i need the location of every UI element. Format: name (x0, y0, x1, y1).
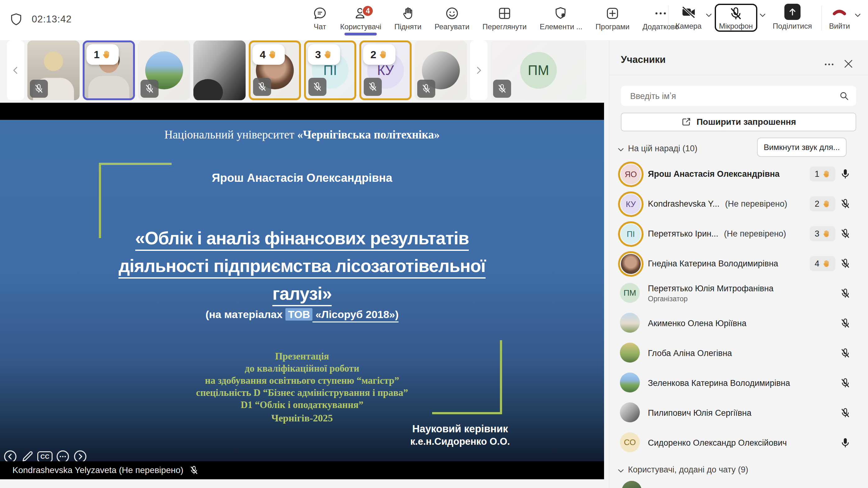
chat-icon (313, 6, 327, 21)
presentation-slide: Національний університет «Чернігівська п… (0, 120, 604, 461)
participant-tile[interactable] (138, 40, 190, 100)
mic-muted-icon[interactable] (840, 407, 851, 419)
participant-search[interactable] (621, 86, 856, 106)
mic-muted-icon[interactable] (840, 318, 851, 329)
slide-title: «Облік і аналіз фінансових результатів д… (0, 229, 604, 313)
mic-on-icon[interactable] (840, 168, 851, 179)
raise-hand-icon (401, 6, 415, 21)
participant-tile[interactable] (193, 40, 246, 100)
participant-row[interactable]: Акименко Олена Юріївна (616, 309, 862, 338)
participant-tile[interactable]: ПМ (491, 40, 586, 100)
section-collapse-chevron-icon[interactable] (616, 466, 625, 476)
participant-row[interactable]: КУ Kondrashevska Y...(Не перевірено) 2 (616, 189, 862, 219)
participant-row[interactable]: ПМ Перетятько Юлія Митрофанівна Організа… (616, 279, 862, 309)
chat-button[interactable]: Чат (306, 4, 334, 35)
leave-options-chevron-icon[interactable] (853, 10, 862, 20)
mic-on-icon[interactable] (840, 437, 851, 449)
panel-more-icon[interactable] (823, 58, 835, 70)
avatar (620, 373, 640, 393)
panel-title: Учасники (621, 54, 665, 65)
participant-tile-hand-raised[interactable]: 4 (249, 40, 301, 100)
participant-tile-hand-raised[interactable]: КУ 2 (360, 40, 412, 100)
participant-name: Kondrashevska Y...(Не перевірено) (648, 199, 787, 209)
participant-name: Гнедіна Катерина Володимирівна (648, 259, 778, 268)
participant-video (193, 40, 246, 100)
mic-muted-icon[interactable] (840, 228, 851, 239)
leave-button[interactable]: Вийти (827, 4, 852, 30)
raised-hand-badge: 2 (810, 196, 835, 211)
share-button[interactable]: Поділитися (769, 4, 816, 30)
view-button[interactable]: Переглянути (476, 4, 533, 35)
microphone-off-icon (728, 6, 743, 21)
participant-name: Акименко Олена Юріївна (648, 319, 746, 328)
raised-hand-badge: 3 (810, 226, 835, 241)
participants-panel: Учасники Поширити запрошення На цій нара… (609, 40, 868, 488)
participant-row[interactable]: ЯО Ярош Анастасія Олександрівна 1 (616, 159, 862, 189)
slide-corner-bracket (99, 163, 172, 165)
mic-muted-icon (493, 80, 511, 98)
participant-tile[interactable] (415, 40, 467, 100)
raised-hand-icon (822, 259, 831, 268)
participant-name: Сидоренко Олександр Олексійович (648, 438, 787, 448)
mic-muted-icon[interactable] (840, 258, 851, 269)
participant-row[interactable]: Пилипович Юлія Сергіївна (616, 398, 862, 428)
captions-button[interactable]: CC (37, 451, 53, 462)
smiley-icon (445, 6, 459, 21)
raise-hand-button[interactable]: Підняти (388, 4, 428, 35)
section-chat-users-label: Користувачі, додані до чату (9) (628, 465, 748, 475)
raised-hand-badge: 1 (86, 44, 119, 65)
slide-supervisor: Науковий керівник к.е.н.Сидоренко О.О. (395, 422, 525, 448)
slide-corner-bracket (500, 340, 502, 414)
security-shield-icon (9, 12, 23, 26)
raised-hand-icon (101, 49, 111, 60)
raised-hand-icon (822, 199, 831, 208)
filmstrip-prev-button[interactable] (7, 40, 24, 100)
elements-button[interactable]: Елементи ... (533, 4, 589, 35)
organizer-label: Організатор (648, 295, 774, 303)
participant-row[interactable]: Глоба Аліна Олегівна (616, 338, 862, 368)
mic-muted-icon[interactable] (840, 288, 851, 299)
participant-tile[interactable] (27, 40, 80, 100)
avatar (620, 313, 640, 333)
camera-button[interactable]: Камера (674, 4, 704, 30)
participant-tile-speaking[interactable]: 1 (83, 40, 135, 100)
share-invite-button[interactable]: Поширити запрошення (621, 113, 856, 131)
slide-info-block: Презентація до кваліфікаційної роботи на… (0, 350, 604, 411)
participants-button[interactable]: 4 Користувачі (334, 4, 388, 35)
mute-all-button[interactable]: Вимкнути звук для... (757, 138, 846, 157)
participant-row[interactable]: Гнедіна Катерина Володимирівна 4 (616, 249, 862, 279)
microphone-button[interactable]: Мікрофон (715, 4, 757, 32)
participant-name: Зеленкова Катерина Володимирівна (648, 378, 790, 388)
highlighted-text: ТОВ (285, 308, 312, 321)
hangup-icon (831, 4, 848, 20)
filmstrip-next-button[interactable] (470, 40, 488, 100)
slide-subtitle: (на матеріалах ТОВ «Лісоруб 2018») (0, 309, 604, 321)
section-collapse-chevron-icon[interactable] (616, 145, 625, 154)
panel-close-icon[interactable] (842, 58, 854, 70)
raised-hand-icon (267, 49, 277, 60)
react-button[interactable]: Реагувати (428, 4, 476, 35)
participants-notification-badge: 4 (362, 5, 374, 17)
participant-row[interactable]: ПІ Перетятько Ірин...(Не перевірено) 3 (616, 219, 862, 249)
search-input[interactable] (629, 86, 830, 107)
avatar-initials: СО (620, 432, 640, 452)
participant-row[interactable]: Зеленкова Катерина Володимирівна (616, 368, 862, 398)
avatar (620, 253, 642, 275)
toolbar-divider (669, 6, 669, 30)
shield-gear-icon (554, 6, 568, 21)
presenter-name-bar: Kondrashevska Yelyzaveta (Не перевірено) (0, 461, 604, 479)
participant-filmstrip: 1 4 ПІ 3 КУ 2 ПМ (0, 40, 604, 103)
microphone-options-chevron-icon[interactable] (758, 10, 767, 20)
avatar-initials: ЯО (620, 163, 642, 185)
share-screen-icon (784, 4, 801, 20)
mic-muted-icon[interactable] (840, 348, 851, 359)
apps-button[interactable]: Програми (589, 4, 636, 35)
mic-muted-icon[interactable] (840, 377, 851, 389)
slide-university-line: Національний університет «Чернігівська п… (0, 128, 604, 141)
participant-tile-hand-raised[interactable]: ПІ 3 (304, 40, 356, 100)
mic-muted-icon[interactable] (840, 198, 851, 209)
presenter-name: Kondrashevska Yelyzaveta (Не перевірено) (12, 465, 183, 475)
mic-muted-icon (189, 465, 199, 475)
camera-options-chevron-icon[interactable] (704, 10, 713, 20)
participant-row[interactable]: СО Сидоренко Олександр Олексійович (616, 428, 862, 458)
